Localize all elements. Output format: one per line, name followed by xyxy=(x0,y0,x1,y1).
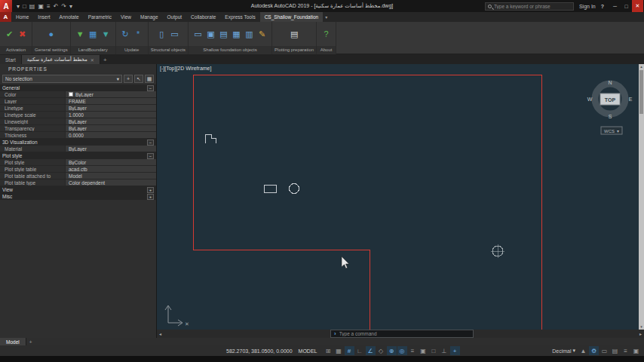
property-value[interactable]: FRAME xyxy=(65,98,156,104)
undo-icon[interactable]: ↶ xyxy=(54,3,59,10)
signin-label[interactable]: Sign In xyxy=(579,4,596,9)
property-value[interactable]: Color dependent xyxy=(65,179,156,186)
workspace-switching-icon[interactable]: ⚙ xyxy=(589,346,599,355)
plot-frames-button[interactable]: ▤ xyxy=(290,28,299,40)
quick-properties-icon[interactable]: ▤ xyxy=(610,346,620,355)
customization-icon[interactable]: ≡ xyxy=(621,346,630,355)
annotation-scale-icon[interactable]: ▲ xyxy=(578,346,588,355)
viewcube-compass[interactable]: N E S W TOP xyxy=(587,80,633,119)
transparency-icon[interactable]: ▣ xyxy=(419,346,428,355)
vertical-scrollbar[interactable]: ▴ ▾ xyxy=(639,64,644,330)
compass-west-label[interactable]: W xyxy=(587,97,593,102)
app-dropdown-icon[interactable]: ▾ xyxy=(17,3,20,10)
object-snap-tracking-icon[interactable]: ⊕ xyxy=(387,346,397,355)
footing-rectangle[interactable] xyxy=(264,185,276,192)
object-snap-icon[interactable]: ◎ xyxy=(397,346,407,355)
center-mark-circle[interactable] xyxy=(491,244,504,258)
step-symbol[interactable] xyxy=(205,134,216,143)
strap-footing-button[interactable]: ▤ xyxy=(219,28,228,40)
combined-footing-button[interactable]: ▣ xyxy=(206,28,216,40)
isometric-drafting-icon[interactable]: ◇ xyxy=(376,346,386,355)
help-icon[interactable]: ? xyxy=(601,4,604,9)
snap-mode-icon[interactable]: ▦ xyxy=(334,346,344,355)
grid-display-icon[interactable]: # xyxy=(345,346,354,355)
ribbon-tab-parametric[interactable]: Parametric xyxy=(84,12,116,22)
land-pick-button[interactable]: ▼ xyxy=(101,28,111,40)
expand-icon[interactable]: + xyxy=(147,187,154,193)
open-file-icon[interactable]: ▤ xyxy=(29,3,35,10)
ribbon-tab-collaborate[interactable]: Collaborate xyxy=(186,12,220,22)
lineweight-icon[interactable]: ≡ xyxy=(408,346,418,355)
properties-section-plot-style[interactable]: Plot style− xyxy=(0,152,156,159)
column-circle[interactable] xyxy=(290,184,299,194)
foundation-boundary-outline[interactable] xyxy=(193,75,541,330)
properties-section-view[interactable]: View+ xyxy=(0,186,156,193)
land-table-button[interactable]: ▦ xyxy=(88,28,98,40)
viewport-controls-label[interactable]: [-][Top][2D Wireframe] xyxy=(160,66,211,71)
property-value[interactable]: ByLayer xyxy=(65,105,156,111)
collapse-icon[interactable]: − xyxy=(147,153,154,159)
minimize-button[interactable]: ─ xyxy=(609,0,621,12)
toggle-pickadd-button[interactable]: + xyxy=(124,75,133,83)
property-value[interactable]: Model xyxy=(65,173,156,179)
isolated-footing-button[interactable]: ▭ xyxy=(193,28,203,40)
expand-icon[interactable]: + xyxy=(147,194,154,200)
ribbon-tab-insert[interactable]: Insert xyxy=(33,12,54,22)
draw-annotation-button[interactable]: ✎ xyxy=(257,28,267,40)
columns-button[interactable]: ▭ xyxy=(170,28,179,40)
property-value[interactable]: ByLayer xyxy=(65,118,156,124)
command-input[interactable] xyxy=(339,331,473,336)
ribbon-tab-home[interactable]: Home xyxy=(11,12,33,22)
vertical-scrollbar-thumb[interactable] xyxy=(639,70,643,114)
drawing-area[interactable]: [-][Top][2D Wireframe] ✕ xyxy=(157,64,644,330)
selection-cycling-icon[interactable]: □ xyxy=(429,346,439,355)
property-value[interactable]: ByLayer xyxy=(65,125,156,131)
save-icon[interactable]: ▣ xyxy=(38,3,44,10)
raft-foundation-button[interactable]: ▦ xyxy=(232,28,241,40)
compass-east-label[interactable]: E xyxy=(629,97,633,102)
add-layout-button[interactable]: + xyxy=(26,339,35,345)
ribbon-tab-express-tools[interactable]: Express Tools xyxy=(220,12,259,22)
polar-tracking-icon[interactable]: ∠ xyxy=(366,346,376,355)
close-icon[interactable]: ✕ xyxy=(90,57,94,63)
maximize-button[interactable]: □ xyxy=(621,0,632,12)
select-objects-button[interactable]: ↖ xyxy=(134,75,143,83)
properties-section-misc[interactable]: Misc+ xyxy=(0,193,156,200)
ribbon-overflow-icon[interactable]: ▾ xyxy=(325,14,327,20)
dynamic-input-icon[interactable]: + xyxy=(450,346,460,355)
ribbon-tab-output[interactable]: Output xyxy=(163,12,187,22)
ribbon-tab-view[interactable]: View xyxy=(116,12,136,22)
plot-icon[interactable]: ≡ xyxy=(47,3,51,10)
strip-footing-button[interactable]: ▥ xyxy=(244,28,254,40)
dynamic-ucs-icon[interactable]: ⊥ xyxy=(440,346,449,355)
general-settings-button[interactable]: ● xyxy=(46,28,56,40)
command-line[interactable]: › xyxy=(330,330,474,338)
ribbon-tab-manage[interactable]: Manage xyxy=(136,12,163,22)
units-dropdown[interactable]: Decimal ▾ xyxy=(552,348,575,354)
ucs-selector[interactable]: WCS ▾ xyxy=(601,127,622,134)
deactivate-button[interactable]: ✖ xyxy=(17,28,27,40)
ribbon-tab-cs-shallow-foundation[interactable]: CS_Shallow_Foundation xyxy=(260,12,324,22)
ucs-icon[interactable] xyxy=(165,305,182,326)
property-value[interactable]: ByLayer xyxy=(65,91,156,97)
ortho-mode-icon[interactable]: ∟ xyxy=(355,346,365,355)
properties-section-3d-visualization[interactable]: 3D Visualization− xyxy=(0,139,156,146)
file-tab-start[interactable]: Start xyxy=(0,55,22,64)
scroll-down-icon[interactable]: ▾ xyxy=(640,324,642,330)
annotation-monitor-icon[interactable]: ▭ xyxy=(600,346,609,355)
application-menu-button[interactable]: A xyxy=(0,12,11,22)
properties-section-general[interactable]: General− xyxy=(0,84,156,91)
layout-tab-model[interactable]: Model xyxy=(0,338,26,345)
new-tab-button[interactable]: + xyxy=(100,55,110,64)
activate-check-button[interactable]: ✔ xyxy=(5,28,14,40)
grid-lines-button[interactable]: ▯ xyxy=(157,28,167,40)
property-value[interactable]: 0.0000 xyxy=(65,132,156,138)
search-input[interactable] xyxy=(494,4,569,9)
clean-screen-icon[interactable]: ▣ xyxy=(631,346,641,355)
new-file-icon[interactable]: □ xyxy=(23,3,26,10)
autocad-logo[interactable]: A xyxy=(0,0,12,12)
infer-constraints-icon[interactable]: ⊞ xyxy=(324,346,333,355)
close-button[interactable]: ✕ xyxy=(632,0,643,12)
update-regen-button[interactable]: * xyxy=(133,28,143,40)
redo-icon[interactable]: ↷ xyxy=(61,3,66,10)
